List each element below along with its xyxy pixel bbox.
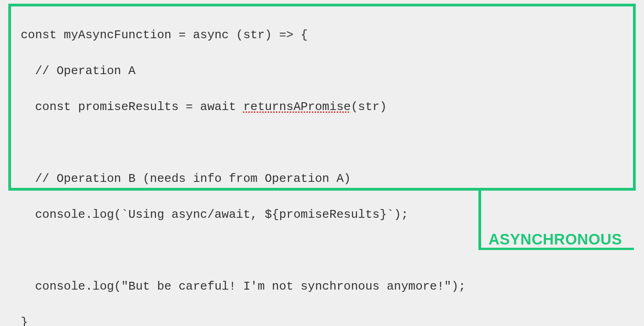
label-connector-vertical [478,188,481,248]
code-block: const myAsyncFunction = async (str) => {… [21,8,466,326]
spellcheck-underline: returnsAPromise [243,100,351,114]
code-line-9: } [21,314,466,326]
code-line-blank-1 [21,134,466,152]
code-line-8: console.log("But be careful! I'm not syn… [21,278,466,296]
code-line-5: // Operation B (needs info from Operatio… [21,170,466,188]
code-line-3-part1: const promiseResults = await [21,100,243,114]
code-line-6: console.log(`Using async/await, ${promis… [21,206,466,224]
code-line-blank-2 [21,242,466,260]
asynchronous-label: ASYNCHRONOUS [489,228,622,251]
code-line-2: // Operation A [21,62,466,80]
code-line-3: const promiseResults = await returnsAPro… [21,98,466,116]
code-line-3-part2: (str) [351,100,387,114]
code-line-1: const myAsyncFunction = async (str) => { [21,26,466,44]
